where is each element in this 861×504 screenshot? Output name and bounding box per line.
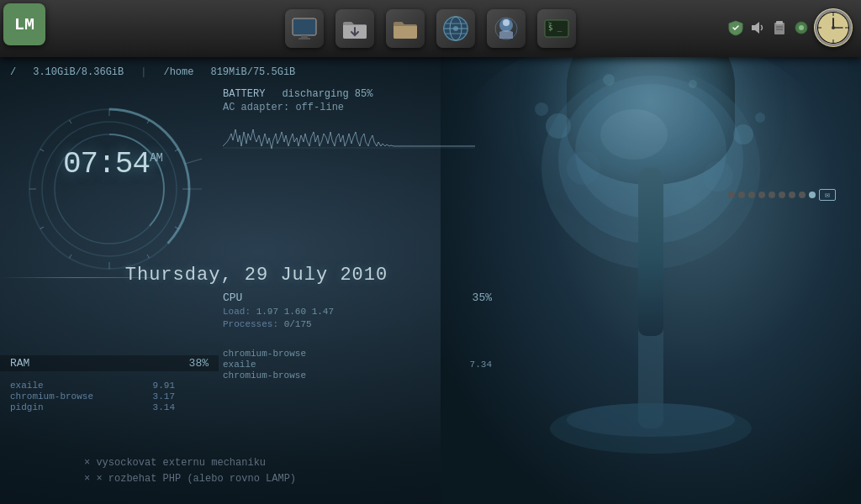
ram-proc-row-2: chromium-browse 3.17 [8,391,177,402]
ram-proc-row-3: pidgin 3.14 [8,402,177,412]
svg-rect-37 [776,21,783,24]
notif-dot-1 [728,192,735,198]
notif-dot-active [809,192,816,198]
svg-line-65 [40,227,44,229]
water-svg [441,0,861,504]
wallpaper-water-splash [441,0,861,504]
ram-label: RAM [10,357,29,370]
svg-point-43 [817,12,849,44]
monitor-svg [289,13,320,44]
svg-point-12 [567,151,600,185]
ram-row: RAM 38% [0,355,219,371]
svg-point-53 [42,122,177,256]
waveform-svg [223,117,475,159]
image-viewer-svg [491,13,521,44]
notif-dot-7 [789,192,795,198]
cpu-row: CPU 35% [223,291,492,304]
svg-point-6 [546,113,571,139]
notes-section: × vysockovat externu mechaniku × × rozbe… [84,455,420,487]
processes-row: Processes: 0/175 [223,318,492,331]
image-viewer-taskbar-icon[interactable] [483,6,529,51]
svg-point-8 [733,124,753,144]
shield-tray-icon[interactable] [726,18,745,37]
system-tray [726,8,853,47]
ac-adapter-row: AC adapter: off-line [223,102,492,113]
computer-taskbar-icon[interactable] [282,6,327,51]
folder-taskbar-icon[interactable] [383,6,428,51]
svg-point-11 [603,74,615,86]
svg-line-68 [70,120,72,123]
svg-rect-20 [293,19,315,34]
cpu-value: 35% [473,291,492,304]
terminal-svg: $ _ > [541,13,572,44]
root-usage: 3.10GiB/8.36GiB [33,66,124,78]
volume-tray-icon[interactable] [748,18,767,37]
terminal-icon: $ _ > [537,9,576,48]
folder-download-icon [335,9,374,48]
notif-dot-8 [799,192,806,198]
svg-point-41 [799,25,804,30]
disk-info: / 3.10GiB/8.36GiB | /home 819MiB/75.5GiB [0,63,488,81]
svg-marker-35 [752,22,759,34]
taskbar: LM [0,0,861,57]
svg-point-44 [818,13,848,43]
svg-point-42 [816,11,850,45]
monitor-icon [285,9,324,48]
svg-line-67 [40,150,44,152]
folder-icon [386,9,425,48]
home-usage: 819MiB/75.5GiB [210,66,295,78]
root-label: / [10,66,16,78]
update-tray-icon[interactable] [792,18,811,37]
disk-separator: | [140,66,146,78]
svg-rect-36 [774,23,784,34]
svg-line-62 [147,255,150,258]
cpu-proc-row-2: exaile 7.34 [223,360,492,370]
cpu-proc-row-3: chromium-browse [223,370,492,381]
audio-waveform [223,117,475,159]
taskbar-icons: $ _ > [282,6,579,51]
svg-point-10 [689,80,697,88]
ram-section: RAM 38% [0,355,219,371]
cpu-section: CPU 35% Load: 1.97 1.60 1.47 Processes: … [223,291,492,332]
globe-icon [436,9,475,48]
notif-dot-4 [758,192,765,198]
conky-widget: / 3.10GiB/8.36GiB | /home 819MiB/75.5GiB [0,63,488,81]
cpu-proc-row-1: chromium-browse [223,349,492,359]
terminal-taskbar-icon[interactable]: $ _ > [534,6,579,51]
clock-tray-icon[interactable] [814,8,853,47]
svg-point-51 [832,26,835,29]
gauge-area: 07:54AM [17,88,202,323]
load-row: Load: 1.97 1.60 1.47 [223,306,492,318]
battery-label: BATTERY [223,88,265,100]
mint-logo-inner[interactable]: LM [3,3,45,45]
notif-dot-5 [769,192,775,198]
globe-svg [441,13,471,44]
network-taskbar-icon[interactable] [433,6,478,51]
svg-point-5 [567,403,735,437]
ram-value: 38% [189,357,209,370]
ram-proc-row-1: exaile 9.91 [8,381,177,391]
battery-section: BATTERY discharging 85% AC adapter: off-… [223,88,492,159]
mint-logo[interactable]: LM [3,3,49,52]
clipboard-tray-icon[interactable] [770,18,789,37]
note-line-2: × × rozbehat PHP (alebo rovno LAMP) [84,471,420,487]
notification-envelope-icon[interactable]: ✉ [819,189,836,201]
folder-download-svg [340,13,370,44]
svg-line-69 [185,151,202,164]
cpu-label: CPU [223,291,242,304]
ram-processes: exaile 9.91 chromium-browse 3.17 pidgin … [8,381,177,413]
svg-point-29 [503,19,510,26]
svg-point-13 [703,161,733,192]
clock-time: 07:54AM [63,147,162,181]
battery-status: discharging 85% [282,88,372,100]
horizontal-divider [0,277,151,278]
svg-point-7 [535,102,548,116]
download-folder-taskbar-icon[interactable] [332,6,378,51]
home-label: /home [163,66,193,78]
svg-point-9 [755,113,765,123]
svg-rect-19 [298,38,310,39]
date-display: Thursday, 29 July 2010 [42,265,471,286]
notif-dot-2 [738,192,745,198]
notif-dot-3 [748,192,755,198]
svg-line-64 [70,255,72,258]
